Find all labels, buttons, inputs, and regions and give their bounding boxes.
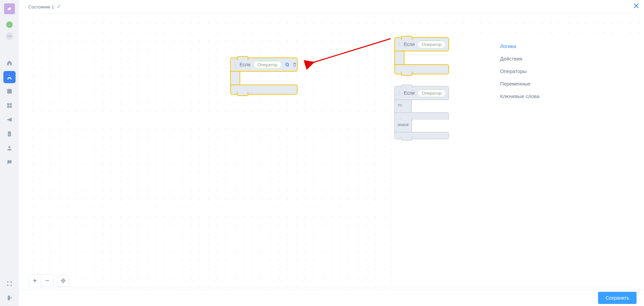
nav-broadcast-icon[interactable] [3, 114, 16, 126]
drag-grip-icon[interactable] [234, 62, 236, 67]
duplicate-icon[interactable] [284, 62, 290, 67]
nav-grid-icon[interactable] [3, 85, 16, 97]
svg-point-1 [8, 146, 10, 148]
footer-divider [47, 287, 634, 287]
header: Состояние 1 [19, 0, 644, 14]
nav-home-icon[interactable] [3, 57, 16, 69]
category-item[interactable]: Переменные [499, 77, 637, 90]
block-palette: Если Оператор Если Оператор то иначе [391, 32, 492, 297]
drag-grip-icon[interactable] [398, 91, 400, 95]
if-label: Если [404, 90, 415, 96]
nav-chat-icon[interactable] [3, 156, 16, 168]
category-item[interactable]: Ключевые слова [499, 90, 637, 102]
footer: Сохранить [19, 289, 644, 306]
operator-chip[interactable]: Оператор [417, 41, 446, 48]
svg-point-6 [63, 280, 64, 281]
if-label: Если [240, 62, 250, 67]
palette-if-block[interactable]: Если Оператор [394, 37, 449, 74]
nav-flow-icon[interactable] [3, 71, 16, 83]
state-title: Состояние 1 [28, 4, 54, 9]
close-icon[interactable] [633, 2, 640, 10]
canvas[interactable]: Если Оператор Если Оператор [19, 14, 644, 306]
edit-title-icon[interactable] [57, 4, 61, 9]
drag-grip-icon[interactable] [398, 42, 400, 47]
left-nav: UD [0, 0, 19, 306]
nav-user-icon[interactable] [3, 142, 16, 154]
category-item[interactable]: Действия [499, 52, 637, 65]
nav-logout-icon[interactable] [3, 292, 16, 304]
zoom-out-button[interactable] [41, 275, 53, 287]
status-ok-badge [6, 21, 13, 28]
operator-chip[interactable]: Оператор [417, 89, 446, 97]
main-area: Состояние 1 Если Оператор [19, 0, 644, 306]
center-view-button[interactable] [57, 275, 69, 287]
category-item[interactable]: Логика [499, 40, 637, 52]
svg-rect-0 [7, 89, 12, 94]
palette-ifelse-block[interactable]: Если Оператор то иначе [394, 86, 449, 139]
zoom-in-button[interactable] [29, 275, 41, 287]
svg-rect-3 [286, 63, 288, 65]
category-list: Логика Действия Операторы Переменные Клю… [492, 32, 644, 110]
category-item[interactable]: Операторы [499, 65, 637, 77]
zoom-controls [28, 274, 69, 287]
user-badge: UD [6, 32, 13, 40]
delete-icon[interactable] [292, 62, 297, 67]
then-label: то [398, 103, 402, 108]
nav-plugins-icon[interactable] [3, 99, 16, 112]
if-label: Если [404, 42, 415, 47]
nav-fullscreen-icon[interactable] [3, 278, 16, 290]
nav-doc-icon[interactable] [3, 128, 16, 140]
else-label: иначе [398, 122, 409, 127]
app-logo[interactable] [4, 3, 15, 14]
svg-rect-2 [286, 64, 289, 66]
categories-panel: Логика Действия Операторы Переменные Клю… [492, 32, 644, 306]
canvas-if-block[interactable]: Если Оператор [230, 57, 298, 95]
operator-chip[interactable]: Оператор [253, 61, 282, 69]
save-button[interactable]: Сохранить [598, 292, 637, 304]
